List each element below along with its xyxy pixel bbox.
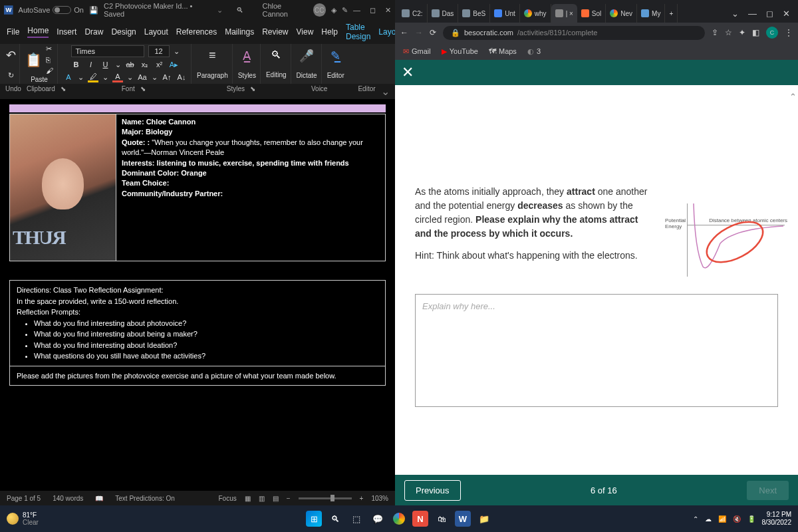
battery-icon[interactable]: 🔋 <box>747 515 755 523</box>
editor-icon[interactable]: ✎̲ <box>331 49 340 63</box>
maximize-icon[interactable]: ◻ <box>370 6 376 15</box>
browser-tab[interactable]: Unt <box>490 4 520 23</box>
share-icon[interactable]: ⇪ <box>712 28 718 37</box>
browser-tab[interactable]: BeS <box>458 4 490 23</box>
task-view-icon[interactable]: ⬚ <box>348 511 364 527</box>
weather-widget[interactable]: 81°FClear <box>7 511 39 526</box>
close-icon[interactable]: ✕ <box>385 6 391 15</box>
answer-textarea[interactable]: Explain why here... <box>415 294 778 407</box>
back-button[interactable]: ← <box>400 28 408 37</box>
tab-file[interactable]: File <box>7 27 19 37</box>
tab-view[interactable]: View <box>297 27 314 37</box>
minimize-icon[interactable]: — <box>748 9 757 19</box>
zoom-slider[interactable] <box>299 497 352 499</box>
chevron-down-icon[interactable]: ⌄ <box>732 9 739 19</box>
next-button[interactable]: Next <box>747 481 789 500</box>
format-painter-icon[interactable]: 🖌 <box>46 66 53 74</box>
doc-title[interactable]: C2 Photovoice Maker Id... • Saved <box>104 2 212 18</box>
volume-icon[interactable]: 🔇 <box>733 515 741 523</box>
zoom-out-icon[interactable]: − <box>287 495 291 502</box>
close-icon[interactable]: ✕ <box>783 9 790 19</box>
browser-tab[interactable]: My <box>637 4 665 23</box>
store-icon[interactable]: 🛍 <box>434 511 450 527</box>
document-canvas[interactable]: RUHT Name: Chloe Cannon Major: Biology Q… <box>0 99 395 491</box>
tab-table-design[interactable]: Table Design <box>346 23 370 41</box>
previous-button[interactable]: Previous <box>404 480 461 501</box>
zoom-in-icon[interactable]: + <box>360 495 364 502</box>
extensions-icon[interactable]: ✦ <box>739 28 745 37</box>
browser-tab[interactable]: why <box>520 4 551 23</box>
zoom-level[interactable]: 103% <box>371 495 388 502</box>
redo-icon[interactable]: ↻ <box>8 71 14 80</box>
paste-icon[interactable]: 📋 <box>25 52 42 68</box>
cut-icon[interactable]: ✂ <box>46 45 53 53</box>
paragraph-icon[interactable]: ≡ <box>209 49 216 63</box>
netflix-icon[interactable]: N <box>412 511 428 527</box>
tab-layout[interactable]: Layout <box>144 27 168 37</box>
tab-insert[interactable]: Insert <box>57 27 76 37</box>
profile-icon[interactable]: C <box>766 27 778 39</box>
new-tab-button[interactable]: + <box>665 4 678 23</box>
search-taskbar-icon[interactable]: 🔍︎ <box>327 511 343 527</box>
browser-tab[interactable]: C2: <box>398 4 428 23</box>
autosave-toggle[interactable]: AutoSaveOn <box>19 6 84 14</box>
collapse-ribbon-icon[interactable]: ⌄ <box>381 85 390 98</box>
grow-font-icon[interactable]: A↑ <box>162 73 172 81</box>
tab-home[interactable]: Home <box>27 26 49 38</box>
word-taskbar-icon[interactable]: W <box>455 511 471 527</box>
browser-tab[interactable]: | × <box>551 4 577 23</box>
pen-icon[interactable]: ✎ <box>342 6 348 15</box>
read-mode-icon[interactable]: ▦ <box>245 495 251 502</box>
underline-button[interactable]: U <box>100 61 111 68</box>
web-layout-icon[interactable]: ▤ <box>273 495 279 502</box>
shrink-font-icon[interactable]: A↓ <box>176 73 187 81</box>
menu-icon[interactable]: ⋮ <box>785 28 793 37</box>
bookmark-maps[interactable]: 🗺Maps <box>489 47 517 55</box>
find-icon[interactable]: 🔍︎ <box>271 49 281 61</box>
forward-button[interactable]: → <box>415 28 423 37</box>
start-button[interactable]: ⊞ <box>306 511 322 527</box>
onedrive-icon[interactable]: ☁ <box>705 515 712 523</box>
font-name-select[interactable]: Times <box>71 45 144 57</box>
mic-icon[interactable]: 🎤 <box>299 49 314 63</box>
text-effects-icon[interactable]: A▸ <box>169 61 180 69</box>
strike-button[interactable]: ab <box>125 61 136 68</box>
wifi-icon[interactable]: 📶 <box>718 515 726 523</box>
browser-tab[interactable]: Sol <box>577 4 606 23</box>
browser-tab[interactable]: Nev <box>606 4 637 23</box>
print-layout-icon[interactable]: ▥ <box>259 495 265 502</box>
chrome-taskbar-icon[interactable] <box>391 511 407 527</box>
search-icon[interactable]: 🔍︎ <box>236 6 243 14</box>
font-size-select[interactable]: 12 <box>148 45 170 57</box>
spellcheck-icon[interactable]: 📖 <box>95 495 103 502</box>
tab-draw[interactable]: Draw <box>84 27 103 37</box>
tab-help[interactable]: Help <box>321 27 338 37</box>
superscript-button[interactable]: x² <box>154 61 165 68</box>
minimize-icon[interactable]: — <box>353 6 360 15</box>
maximize-icon[interactable]: ◻ <box>766 9 773 19</box>
tab-design[interactable]: Design <box>111 27 136 37</box>
reload-button[interactable]: ⟳ <box>430 28 436 37</box>
text-predictions[interactable]: Text Predictions: On <box>115 495 174 502</box>
case-button[interactable]: Aa <box>137 73 148 81</box>
chat-icon[interactable]: 💬 <box>370 511 386 527</box>
font-color-icon[interactable]: 🖊 <box>88 72 98 82</box>
undo-icon[interactable]: ↶ <box>6 48 16 63</box>
highlight-icon[interactable]: A <box>63 73 74 81</box>
bookmark-youtube[interactable]: ▶YouTube <box>442 47 478 56</box>
bookmark-3[interactable]: ◐3 <box>527 47 541 56</box>
scroll-up-icon[interactable]: ⌃ <box>789 92 797 102</box>
tab-references[interactable]: References <box>176 27 217 37</box>
subscript-button[interactable]: x₂ <box>140 61 150 69</box>
tray-chevron-icon[interactable]: ⌃ <box>693 515 698 523</box>
star-icon[interactable]: ☆ <box>725 28 732 37</box>
bookmark-gmail[interactable]: ✉Gmail <box>403 47 431 56</box>
styles-icon[interactable]: A̲ <box>243 49 251 63</box>
diamond-icon[interactable]: ◈ <box>331 6 336 15</box>
tab-mailings[interactable]: Mailings <box>225 27 254 37</box>
url-input[interactable]: 🔒 besocratic.com/activities/8191/complet… <box>443 26 705 40</box>
browser-tab[interactable]: Das <box>428 4 459 23</box>
user-avatar[interactable]: CC <box>313 3 326 17</box>
copy-icon[interactable]: ⎘ <box>46 56 53 64</box>
focus-button[interactable]: Focus <box>219 495 237 502</box>
